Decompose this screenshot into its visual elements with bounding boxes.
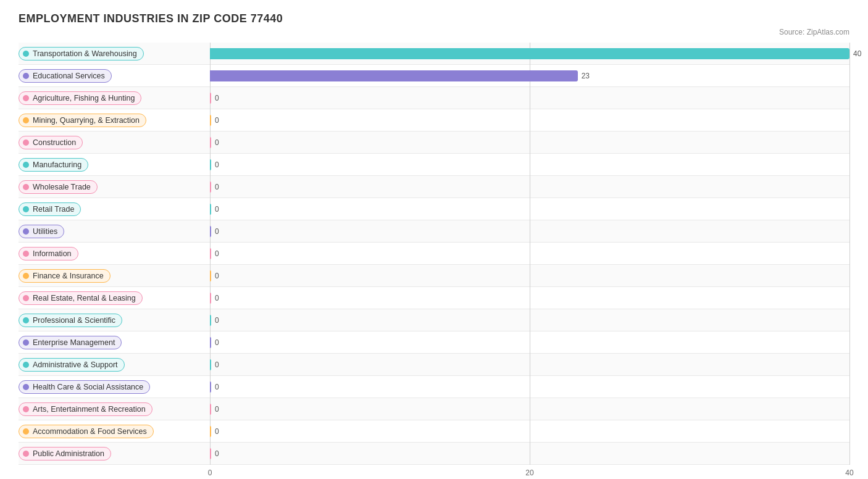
bar-fill	[210, 48, 849, 59]
bar-label: Agriculture, Fishing & Hunting	[33, 94, 135, 102]
bar-value-label: 0	[215, 427, 219, 436]
bar-fill	[210, 448, 211, 459]
bar-value-label: 0	[215, 294, 219, 302]
x-axis: 02040	[210, 469, 849, 479]
bar-row: Information0	[19, 243, 849, 265]
bar-dot	[23, 428, 29, 435]
bar-label: Educational Services	[33, 72, 105, 80]
bar-value-label: 23	[582, 72, 590, 80]
bar-label: Utilities	[33, 227, 57, 236]
bar-row: Manufacturing0	[19, 154, 849, 176]
bar-dot	[23, 162, 29, 168]
bar-label: Arts, Entertainment & Recreation	[33, 405, 146, 414]
bar-value-label: 0	[215, 272, 219, 280]
bar-fill	[210, 315, 211, 326]
page-title: EMPLOYMENT INDUSTRIES IN ZIP CODE 77440	[19, 12, 849, 25]
bar-fill	[210, 181, 211, 193]
bar-row: Utilities0	[19, 220, 849, 243]
x-axis-label: 40	[845, 469, 853, 477]
bar-dot	[23, 206, 29, 212]
bar-row: Health Care & Social Assistance0	[19, 376, 849, 398]
bar-fill	[210, 93, 211, 104]
bar-row: Finance & Insurance0	[19, 265, 849, 287]
bar-value-label: 0	[215, 227, 219, 236]
bar-dot	[23, 451, 29, 457]
bar-label: Public Administration	[33, 449, 104, 458]
bar-dot	[23, 339, 29, 346]
bar-label: Professional & Scientific	[33, 316, 115, 325]
bar-fill	[210, 359, 211, 370]
bar-label: Administrative & Support	[33, 360, 118, 369]
x-axis-label: 0	[208, 469, 212, 477]
bar-value-label: 0	[215, 405, 219, 414]
bar-row: Transportation & Warehousing40	[19, 43, 849, 65]
bar-fill	[210, 270, 211, 281]
bar-fill	[210, 115, 211, 126]
bar-value-label: 0	[215, 383, 219, 391]
bar-label: Enterprise Management	[33, 338, 115, 347]
bar-fill	[210, 137, 211, 148]
bar-fill	[210, 226, 211, 237]
bar-row: Real Estate, Rental & Leasing0	[19, 287, 849, 309]
bar-fill	[210, 293, 211, 304]
bar-row: Wholesale Trade0	[19, 176, 849, 198]
bar-label: Accommodation & Food Services	[33, 427, 147, 436]
bar-dot	[23, 73, 29, 79]
bar-dot	[23, 384, 29, 390]
bar-dot	[23, 362, 29, 368]
bar-row: Enterprise Management0	[19, 331, 849, 354]
bar-label: Construction	[33, 138, 76, 147]
bar-dot	[23, 95, 29, 101]
x-axis-label: 20	[525, 469, 533, 477]
bar-value-label: 0	[215, 338, 219, 347]
bar-row: Agriculture, Fishing & Hunting0	[19, 87, 849, 109]
bar-dot	[23, 184, 29, 190]
bar-label: Wholesale Trade	[33, 183, 91, 191]
chart-inner: Transportation & Warehousing40Educationa…	[19, 43, 849, 465]
bar-label: Finance & Insurance	[33, 272, 104, 280]
bar-label: Retail Trade	[33, 205, 74, 214]
bar-label: Transportation & Warehousing	[33, 49, 137, 58]
bar-fill	[210, 426, 211, 437]
bar-fill	[210, 248, 211, 259]
bar-dot	[23, 295, 29, 301]
bar-dot	[23, 273, 29, 279]
bar-label: Manufacturing	[33, 160, 81, 169]
bar-value-label: 0	[215, 360, 219, 369]
bar-row: Educational Services23	[19, 65, 849, 87]
bar-value-label: 0	[215, 183, 219, 191]
bar-fill	[210, 337, 211, 348]
bar-fill	[210, 204, 211, 215]
source-label: Source: ZipAtlas.com	[19, 28, 849, 36]
bar-fill	[210, 404, 211, 415]
bar-dot	[23, 317, 29, 323]
bar-value-label: 0	[215, 249, 219, 258]
bar-fill	[210, 381, 211, 393]
bar-value-label: 0	[215, 449, 219, 458]
bar-dot	[23, 140, 29, 146]
bar-row: Arts, Entertainment & Recreation0	[19, 398, 849, 420]
bar-label: Mining, Quarrying, & Extraction	[33, 116, 140, 125]
bar-dot	[23, 406, 29, 412]
bar-dot	[23, 228, 29, 235]
bar-value-label: 0	[215, 205, 219, 214]
bar-dot	[23, 251, 29, 257]
bar-fill	[210, 70, 578, 81]
bar-value-label: 0	[215, 316, 219, 325]
chart-container: Transportation & Warehousing40Educationa…	[19, 43, 849, 479]
bar-row: Mining, Quarrying, & Extraction0	[19, 109, 849, 131]
bar-row: Accommodation & Food Services0	[19, 420, 849, 443]
bar-value-label: 0	[215, 94, 219, 102]
bar-value-label: 0	[215, 138, 219, 147]
bar-row: Public Administration0	[19, 443, 849, 465]
bar-value-label: 0	[215, 116, 219, 125]
bar-dot	[23, 117, 29, 123]
bar-dot	[23, 51, 29, 57]
bar-label: Information	[33, 249, 72, 258]
bar-value-label: 0	[215, 160, 219, 169]
bar-row: Retail Trade0	[19, 198, 849, 220]
bar-value-label: 40	[853, 49, 861, 58]
bar-fill	[210, 159, 211, 170]
bar-row: Administrative & Support0	[19, 354, 849, 376]
bar-row: Construction0	[19, 131, 849, 154]
